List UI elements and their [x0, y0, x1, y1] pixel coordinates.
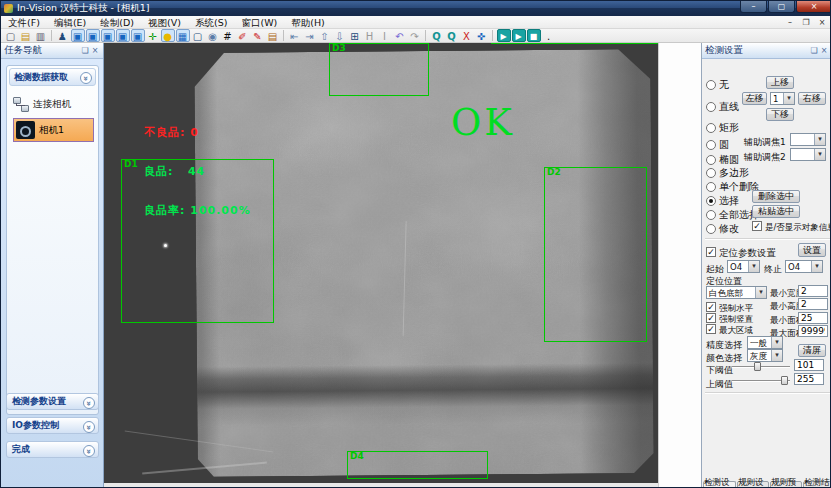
image-icon[interactable]: ▦: [176, 29, 190, 42]
color-select-dropdown[interactable]: 灰度 ▾: [747, 349, 783, 362]
menu-file[interactable]: 文件(F): [1, 16, 47, 29]
move-up-button[interactable]: 上移: [766, 76, 794, 89]
radio-polygon[interactable]: 多边形: [706, 167, 749, 178]
max-area-input[interactable]: [798, 325, 828, 337]
radio-circle[interactable]: 圆: [706, 139, 729, 150]
annotation-line-top[interactable]: [491, 43, 658, 44]
radio-dot[interactable]: [706, 80, 716, 90]
radio-dot[interactable]: [706, 140, 716, 150]
end-dropdown[interactable]: O4 ▾: [785, 260, 823, 273]
mouse-icon[interactable]: ◉: [206, 29, 220, 42]
collapse-chevron-icon[interactable]: »: [80, 72, 92, 84]
menu-edit[interactable]: 编辑(E): [47, 16, 93, 29]
slider-thumb[interactable]: [781, 376, 788, 385]
open-folder-icon[interactable]: ▤: [19, 29, 33, 42]
crosshair-icon[interactable]: ✛: [146, 29, 160, 42]
display-icon[interactable]: ▢: [191, 29, 205, 42]
move-step-dropdown[interactable]: 1 ▾: [770, 92, 795, 105]
radio-select[interactable]: 选择: [706, 195, 739, 206]
focus2-dropdown[interactable]: ▾: [790, 148, 826, 161]
lower-threshold-slider[interactable]: [732, 362, 790, 371]
radio-dot[interactable]: [706, 182, 716, 192]
position-location-dropdown[interactable]: 白色底部 ▾: [706, 286, 767, 299]
radio-rectangle[interactable]: 矩形: [706, 122, 739, 133]
section-finish[interactable]: 完成 »: [6, 441, 99, 458]
menu-system[interactable]: 系统(S): [188, 16, 234, 29]
stop-icon[interactable]: ■: [527, 29, 541, 42]
menu-help[interactable]: 帮助(H): [284, 16, 332, 29]
max-region-checkbox[interactable]: [706, 324, 716, 334]
grid-icon[interactable]: #: [221, 29, 235, 42]
clear-screen-button[interactable]: 清屏: [798, 344, 826, 357]
radio-line[interactable]: 直线: [706, 101, 739, 112]
move-left-button[interactable]: 左移: [742, 92, 767, 105]
align-bottom-icon[interactable]: ⇩: [333, 29, 347, 42]
view-layout-2-icon[interactable]: ▣: [86, 29, 100, 42]
precision-dropdown[interactable]: 一般 ▾: [747, 336, 783, 349]
stamp-icon[interactable]: ✐: [236, 29, 250, 42]
printer-icon[interactable]: ▥: [34, 29, 48, 42]
minimize-button[interactable]: –: [740, 1, 767, 13]
positioning-params-checkbox[interactable]: [706, 247, 716, 257]
view-layout-3-icon[interactable]: ▣: [101, 29, 115, 42]
run-icon[interactable]: ▶: [497, 29, 511, 42]
menu-draw[interactable]: 绘制(D): [93, 16, 141, 29]
align-right-icon[interactable]: ⇥: [303, 29, 317, 42]
radio-dot[interactable]: [706, 102, 716, 112]
close-panel-icon[interactable]: ×: [90, 46, 100, 55]
tab-rule-preview[interactable]: 规则预览: [770, 481, 802, 488]
start-dropdown[interactable]: O4 ▾: [727, 260, 760, 273]
paste-selected-button[interactable]: 粘贴选中: [752, 205, 800, 218]
mdi-minimize-button[interactable]: –: [784, 16, 796, 29]
lower-threshold-input[interactable]: [794, 359, 824, 371]
view-layout-5-icon[interactable]: ▣: [131, 29, 145, 42]
radio-dot[interactable]: [706, 196, 716, 206]
collapse-chevron-icon[interactable]: »: [83, 397, 95, 409]
collapse-chevron-icon[interactable]: »: [83, 445, 95, 457]
menu-view[interactable]: 视图(V): [141, 16, 188, 29]
chevron-down-icon[interactable]: ▾: [771, 350, 782, 361]
mdi-restore-button[interactable]: ❐: [800, 16, 812, 29]
min-height-input[interactable]: [798, 298, 828, 310]
chevron-down-icon[interactable]: ▾: [771, 337, 782, 348]
close-panel-icon[interactable]: ×: [819, 46, 829, 55]
min-width-input[interactable]: [798, 285, 828, 297]
section-inspection-params[interactable]: 检测参数设置 »: [6, 393, 99, 410]
delete-selected-button[interactable]: 删除选中: [752, 190, 800, 203]
settings-button[interactable]: 设置: [798, 243, 826, 257]
radio-none[interactable]: 无: [706, 79, 729, 90]
redo-icon[interactable]: ↷: [408, 29, 422, 42]
new-file-icon[interactable]: ▢: [4, 29, 18, 42]
section-io-params[interactable]: IO参数控制 »: [6, 417, 99, 434]
zoom-in-icon[interactable]: Q: [430, 29, 444, 42]
upper-threshold-slider[interactable]: [732, 376, 790, 385]
stretch-vertical-icon[interactable]: I: [378, 29, 392, 42]
detection-rect-d3[interactable]: D3: [329, 43, 429, 96]
radio-modify[interactable]: 修改: [706, 223, 739, 234]
measure-icon[interactable]: X: [460, 29, 474, 42]
align-top-icon[interactable]: ⇧: [318, 29, 332, 42]
min-area-input[interactable]: [798, 312, 828, 324]
tree-item-connect-camera[interactable]: 连接相机: [13, 94, 94, 114]
menu-window[interactable]: 窗口(W): [234, 16, 284, 29]
slider-thumb[interactable]: [754, 362, 761, 371]
force-horizontal-checkbox[interactable]: [706, 302, 716, 312]
camera-image-canvas[interactable]: D1 D2 D3 D4 不良品: 0 良品: 44 良品率: 100.00% O…: [104, 43, 658, 483]
radio-dot[interactable]: [706, 123, 716, 133]
focus1-dropdown[interactable]: ▾: [790, 133, 826, 146]
chevron-down-icon[interactable]: ▾: [814, 149, 825, 160]
force-vertical-checkbox[interactable]: [706, 313, 716, 323]
chevron-down-icon[interactable]: ▾: [811, 261, 822, 272]
show-object-info-checkbox[interactable]: [752, 221, 762, 231]
run-once-icon[interactable]: ▶: [512, 29, 526, 42]
tile-windows-icon[interactable]: ⊞: [348, 29, 362, 42]
view-layout-4-icon[interactable]: ▣: [116, 29, 130, 42]
radio-dot[interactable]: [706, 155, 716, 165]
tab-inspection-settings[interactable]: 检测设置: [703, 481, 736, 488]
note-icon[interactable]: ▤: [266, 29, 280, 42]
section-data-acquisition[interactable]: 检测数据获取 »: [9, 68, 96, 86]
tab-rule-settings[interactable]: 规则设置: [737, 481, 769, 488]
light-bulb-icon[interactable]: ●: [161, 29, 175, 42]
mdi-close-button[interactable]: ×: [816, 16, 828, 29]
chevron-down-icon[interactable]: ▾: [783, 93, 794, 104]
